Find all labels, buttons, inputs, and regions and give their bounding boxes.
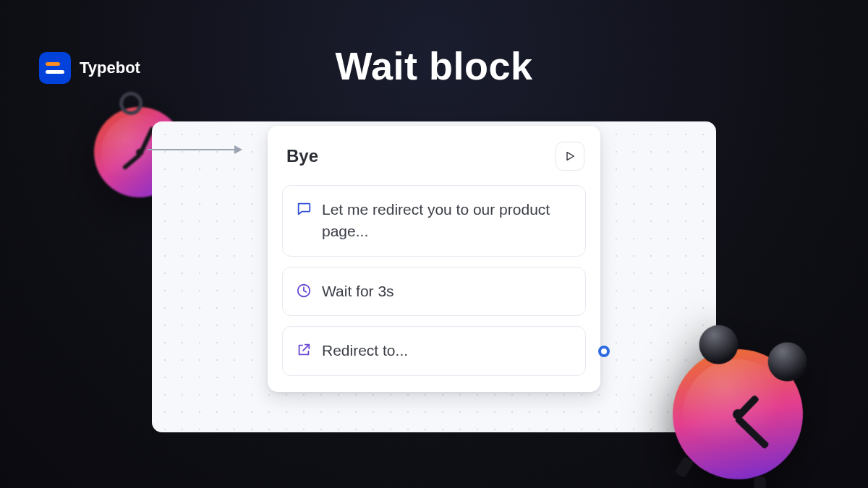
block-card[interactable]: Bye Let me redirect you to our product p… [268, 126, 600, 392]
preview-button[interactable] [556, 142, 584, 171]
step-label: Redirect to... [322, 340, 408, 361]
clock-icon [296, 283, 312, 301]
block-title[interactable]: Bye [286, 146, 318, 166]
chat-bubble-icon [296, 201, 312, 220]
editor-canvas[interactable]: Bye Let me redirect you to our product p… [152, 121, 716, 432]
step-label: Wait for 3s [322, 281, 394, 302]
external-link-icon [296, 342, 312, 361]
connection-port-icon[interactable] [598, 346, 610, 357]
step-wait[interactable]: Wait for 3s [282, 267, 586, 316]
connection-arrow-icon [148, 149, 242, 150]
page-title: Wait block [0, 43, 868, 88]
play-icon [564, 150, 576, 162]
step-redirect[interactable]: Redirect to... [282, 326, 586, 375]
step-text[interactable]: Let me redirect you to our product page.… [282, 185, 586, 257]
step-label: Let me redirect you to our product page.… [322, 199, 572, 243]
block-header: Bye [282, 139, 586, 171]
